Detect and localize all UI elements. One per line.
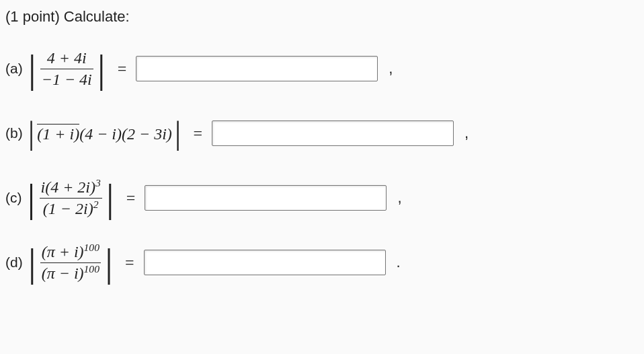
part-b-rest: (4 − i)(2 − 3i) <box>79 125 172 143</box>
part-d-punct: . <box>397 254 401 271</box>
part-a-expression: | 4 + 4i −1 − 4i | <box>27 48 107 90</box>
part-b-conjugate: (1 + i) <box>37 124 79 143</box>
part-d-numerator: (π + i)100 <box>40 242 101 262</box>
part-d-label: (d) <box>5 254 23 271</box>
equals-sign: = <box>193 125 202 143</box>
part-c-denominator: (1 − 2i)2 <box>42 199 100 219</box>
part-c-label: (c) <box>5 190 22 206</box>
part-b-punct: , <box>465 125 469 142</box>
abs-bar-icon: | <box>96 55 107 83</box>
abs-bar-icon: | <box>104 248 114 277</box>
abs-bar-icon: | <box>26 184 37 212</box>
abs-bar-icon: | <box>27 55 38 83</box>
part-c-answer-input[interactable] <box>145 185 387 211</box>
part-c-row: (c) | i(4 + 2i)3 (1 − 2i)2 | = , <box>5 174 639 222</box>
question-prompt: (1 point) Calculate: <box>5 8 639 26</box>
equals-sign: = <box>118 60 127 78</box>
part-a-label: (a) <box>5 61 23 77</box>
part-a-numerator: 4 + 4i <box>46 48 88 69</box>
abs-bar-icon: | <box>27 248 38 277</box>
equals-sign: = <box>126 189 136 207</box>
abs-bar-icon: | <box>173 122 183 145</box>
abs-bar-icon: | <box>27 122 36 145</box>
part-b-row: (b) | (1 + i)(4 − i)(2 − 3i) | = , <box>5 109 639 157</box>
part-b-expression: | (1 + i)(4 − i)(2 − 3i) | <box>27 122 183 145</box>
part-c-punct: , <box>397 189 401 207</box>
part-a-answer-input[interactable] <box>136 56 378 81</box>
part-a-row: (a) | 4 + 4i −1 − 4i | = , <box>5 44 639 93</box>
part-a-denominator: −1 − 4i <box>40 69 93 90</box>
part-d-expression: | (π + i)100 (π − i)100 | <box>27 242 114 284</box>
abs-bar-icon: | <box>105 184 116 212</box>
part-a-punct: , <box>389 60 393 77</box>
part-b-answer-input[interactable] <box>212 120 454 146</box>
equals-sign: = <box>125 254 134 272</box>
part-c-numerator: i(4 + 2i)3 <box>40 177 102 198</box>
part-d-answer-input[interactable] <box>144 250 386 275</box>
part-c-expression: | i(4 + 2i)3 (1 − 2i)2 | <box>26 177 116 219</box>
part-d-row: (d) | (π + i)100 (π − i)100 | = . <box>5 238 639 287</box>
part-b-label: (b) <box>5 125 23 141</box>
part-d-denominator: (π − i)100 <box>40 263 101 284</box>
